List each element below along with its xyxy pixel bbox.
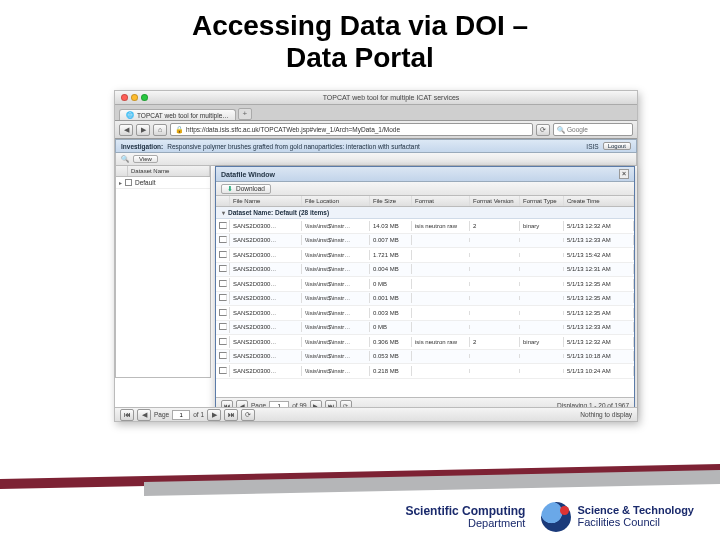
collapse-icon[interactable]: ▾	[222, 209, 225, 216]
globe-icon: 🌐	[126, 111, 134, 119]
sci-comp-line1: Scientific Computing	[405, 505, 525, 518]
url-text: https://data.isis.stfc.ac.uk/TOPCATWeb.j…	[186, 126, 400, 133]
logout-button[interactable]: Logout	[603, 142, 631, 150]
outer-pager-prev[interactable]: ◀	[137, 409, 151, 421]
minimize-window-icon[interactable]	[131, 94, 138, 101]
dataset-columns: Dataset Name	[116, 166, 210, 177]
row-checkbox[interactable]	[219, 251, 227, 258]
outer-pager-refresh[interactable]: ⟳	[241, 409, 255, 421]
forward-button[interactable]: ▶	[136, 124, 150, 136]
datafile-row[interactable]: SANS2D0300…\\isis\inst$\instr…0.218 MB5/…	[216, 364, 634, 379]
row-checkbox[interactable]	[219, 338, 227, 345]
row-checkbox[interactable]	[219, 265, 227, 272]
page-content: Investigation: Responsive polymer brushe…	[115, 139, 637, 421]
search-engine-icon: 🔍	[557, 126, 565, 134]
datafile-window: Datafile Window × ⬇ Download File Name F…	[215, 166, 635, 414]
datafile-row[interactable]: SANS2D0300…\\isis\inst$\instr…0.053 MB5/…	[216, 350, 634, 365]
view-menu-icon: 🔍	[121, 155, 129, 163]
dataset-panel: Dataset Name ▸ Default	[115, 166, 211, 378]
row-checkbox[interactable]	[219, 294, 227, 301]
outer-pager-first[interactable]: ⏮	[120, 409, 134, 421]
download-icon: ⬇	[227, 185, 233, 193]
search-placeholder: Google	[567, 126, 588, 133]
page-toolbar: 🔍 View	[115, 153, 637, 166]
row-checkbox[interactable]	[219, 236, 227, 243]
datafile-row[interactable]: SANS2D0300…\\isis\inst$\instr…0.004 MB5/…	[216, 263, 634, 278]
col-file-location[interactable]: File Location	[302, 196, 370, 206]
reload-button[interactable]: ⟳	[536, 124, 550, 136]
datafile-row[interactable]: SANS2D0300…\\isis\inst$\instr…0 MB5/1/13…	[216, 277, 634, 292]
scientific-computing-logo: Scientific Computing Department	[405, 505, 525, 529]
stfc-line2: Facilities Council	[577, 517, 694, 529]
back-button[interactable]: ◀	[119, 124, 133, 136]
mac-titlebar: TOPCAT web tool for multiple ICAT servic…	[115, 91, 637, 105]
browser-tab-strip: 🌐 TOPCAT web tool for multiple… +	[115, 105, 637, 121]
datafile-toolbar: ⬇ Download	[216, 182, 634, 196]
dataset-name: Default	[135, 179, 156, 186]
browser-toolbar: ◀ ▶ ⌂ 🔒 https://data.isis.stfc.ac.uk/TOP…	[115, 121, 637, 139]
row-checkbox[interactable]	[219, 352, 227, 359]
col-dataset-name[interactable]: Dataset Name	[128, 166, 210, 176]
datafile-row[interactable]: SANS2D0300…\\isis\inst$\instr…0.001 MB5/…	[216, 292, 634, 307]
row-checkbox[interactable]	[219, 323, 227, 330]
row-checkbox[interactable]	[219, 367, 227, 374]
outer-pager: ⏮ ◀ Page of 1 ▶ ⏭ ⟳ Nothing to display	[115, 407, 637, 421]
facility-name: ISIS	[586, 143, 598, 150]
row-checkbox[interactable]	[219, 222, 227, 229]
footer-stripes	[0, 458, 720, 484]
col-format-type[interactable]: Format Type	[520, 196, 564, 206]
footer-logos: Scientific Computing Department Science …	[405, 502, 694, 532]
expand-icon[interactable]: ▸	[119, 179, 122, 186]
col-file-name[interactable]: File Name	[230, 196, 302, 206]
row-checkbox[interactable]	[219, 280, 227, 287]
stfc-text: Science & Technology Facilities Council	[577, 505, 694, 528]
datafile-row[interactable]: SANS2D0300…\\isis\inst$\instr…0.003 MB5/…	[216, 306, 634, 321]
stfc-logo-block: Science & Technology Facilities Council	[541, 502, 694, 532]
investigation-title: Responsive polymer brushes grafted from …	[167, 143, 420, 150]
browser-tab[interactable]: 🌐 TOPCAT web tool for multiple…	[119, 109, 236, 120]
investigation-header: Investigation: Responsive polymer brushe…	[115, 139, 637, 153]
url-field[interactable]: 🔒 https://data.isis.stfc.ac.uk/TOPCATWeb…	[170, 123, 533, 136]
outer-pager-last[interactable]: ⏭	[224, 409, 238, 421]
row-checkbox[interactable]	[219, 309, 227, 316]
group-label: Dataset Name: Default (28 items)	[228, 209, 329, 216]
close-icon[interactable]: ×	[619, 169, 629, 179]
datafile-grid: SANS2D0300…\\isis\inst$\instr…14.03 MBis…	[216, 219, 634, 393]
datafile-columns: File Name File Location File Size Format…	[216, 196, 634, 207]
stfc-logo-icon	[541, 502, 571, 532]
home-button[interactable]: ⌂	[153, 124, 167, 136]
browser-window: TOPCAT web tool for multiple ICAT servic…	[114, 90, 638, 422]
group-row[interactable]: ▾ Dataset Name: Default (28 items)	[216, 207, 634, 219]
title-line1: Accessing Data via DOI –	[192, 10, 528, 41]
col-format[interactable]: Format	[412, 196, 470, 206]
outer-pager-of-label: of 1	[193, 411, 204, 418]
browser-search-box[interactable]: 🔍 Google	[553, 123, 633, 136]
col-create-time[interactable]: Create Time	[564, 196, 634, 206]
datafile-row[interactable]: SANS2D0300…\\isis\inst$\instr…14.03 MBis…	[216, 219, 634, 234]
outer-pager-page-input[interactable]	[172, 410, 190, 420]
datafile-row[interactable]: SANS2D0300…\\isis\inst$\instr…0.007 MB5/…	[216, 234, 634, 249]
dataset-checkbox[interactable]	[125, 179, 132, 186]
datafile-row[interactable]: SANS2D0300…\\isis\inst$\instr…0.306 MBis…	[216, 335, 634, 350]
download-button[interactable]: ⬇ Download	[221, 184, 271, 194]
datafile-window-title: Datafile Window	[221, 171, 275, 178]
title-line2: Data Portal	[286, 42, 434, 73]
slide-title: Accessing Data via DOI – Data Portal	[0, 0, 720, 78]
lock-icon: 🔒	[175, 126, 184, 134]
col-format-version[interactable]: Format Version	[470, 196, 520, 206]
download-label: Download	[236, 185, 265, 192]
datafile-row[interactable]: SANS2D0300…\\isis\inst$\instr…0 MB5/1/13…	[216, 321, 634, 336]
window-title: TOPCAT web tool for multiple ICAT servic…	[151, 94, 631, 101]
close-window-icon[interactable]	[121, 94, 128, 101]
dataset-row[interactable]: ▸ Default	[116, 177, 210, 189]
outer-pager-page-label: Page	[154, 411, 169, 418]
outer-pager-display: Nothing to display	[580, 411, 632, 418]
datafile-window-header[interactable]: Datafile Window ×	[216, 167, 634, 182]
main-area: Datafile Window × ⬇ Download File Name F…	[211, 166, 637, 378]
col-file-size[interactable]: File Size	[370, 196, 412, 206]
outer-pager-next[interactable]: ▶	[207, 409, 221, 421]
view-button[interactable]: View	[133, 155, 158, 163]
zoom-window-icon[interactable]	[141, 94, 148, 101]
new-tab-button[interactable]: +	[238, 108, 252, 120]
datafile-row[interactable]: SANS2D0300…\\isis\inst$\instr…1.721 MB5/…	[216, 248, 634, 263]
